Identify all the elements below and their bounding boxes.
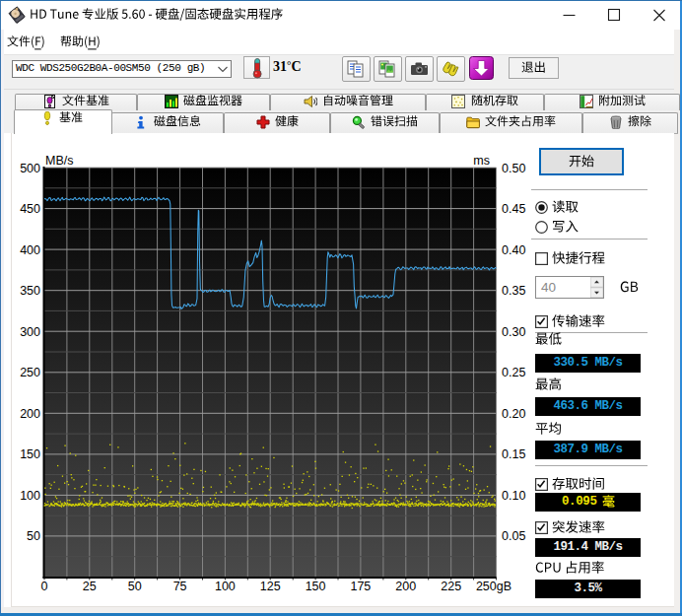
svg-text:200: 200	[395, 580, 416, 593]
svg-text:225: 225	[441, 580, 461, 593]
svg-text:0.10: 0.10	[502, 489, 525, 503]
svg-text:50: 50	[27, 529, 40, 543]
svg-text:175: 175	[350, 580, 371, 593]
svg-text:0.50: 0.50	[502, 162, 525, 175]
svg-text:250gB: 250gB	[476, 580, 512, 593]
svg-text:500: 500	[20, 162, 40, 175]
svg-text:25: 25	[83, 580, 97, 593]
svg-text:150: 150	[306, 580, 326, 593]
svg-text:0.05: 0.05	[502, 529, 525, 543]
svg-text:100: 100	[215, 580, 236, 593]
svg-text:0.45: 0.45	[502, 202, 525, 216]
svg-text:0.40: 0.40	[502, 243, 525, 257]
svg-text:450: 450	[20, 202, 40, 216]
svg-text:200: 200	[20, 407, 40, 421]
svg-text:0: 0	[41, 580, 48, 593]
svg-text:MB/s: MB/s	[45, 154, 73, 168]
svg-text:150: 150	[20, 447, 40, 461]
svg-text:0.20: 0.20	[502, 407, 525, 421]
svg-text:125: 125	[260, 580, 281, 593]
svg-text:0.15: 0.15	[502, 447, 525, 461]
svg-text:0.35: 0.35	[502, 284, 525, 298]
svg-text:50: 50	[128, 580, 142, 593]
svg-text:100: 100	[20, 489, 40, 503]
svg-text:300: 300	[20, 325, 40, 339]
svg-text:75: 75	[173, 580, 187, 593]
svg-text:400: 400	[20, 243, 40, 257]
svg-text:250: 250	[20, 366, 40, 379]
svg-text:0.30: 0.30	[502, 325, 525, 339]
svg-text:0.25: 0.25	[502, 366, 525, 379]
svg-text:ms: ms	[473, 154, 490, 168]
svg-text:350: 350	[20, 284, 40, 298]
